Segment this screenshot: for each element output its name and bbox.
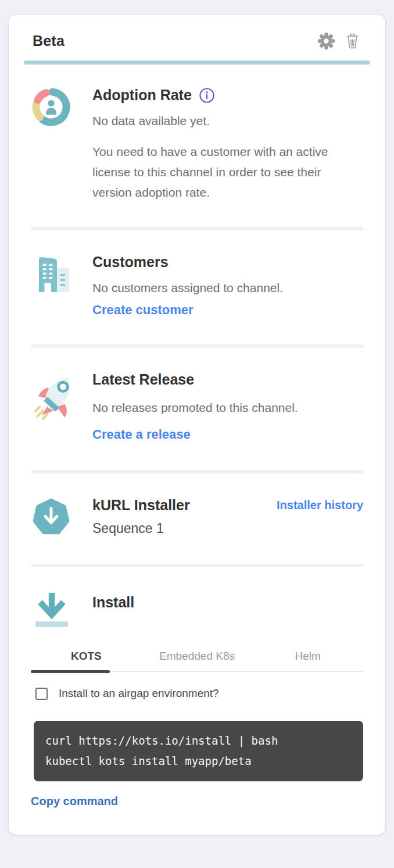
- airgap-checkbox-label: Install to an airgap environment?: [59, 687, 219, 700]
- adoption-rate-help-text: You need to have a customer with an acti…: [92, 141, 355, 202]
- tab-kots[interactable]: KOTS: [31, 650, 142, 671]
- command-line-2: kubectl kots install myapp/beta: [45, 755, 252, 767]
- airgap-checkbox[interactable]: [35, 688, 48, 700]
- channel-accent-bar: [24, 61, 370, 65]
- installer-history-link[interactable]: Installer history: [277, 499, 363, 512]
- install-title: Install: [92, 594, 363, 611]
- install-command-code-block[interactable]: curl https://kots.io/install | bash kube…: [34, 721, 363, 781]
- delete-button[interactable]: [343, 32, 361, 50]
- create-release-link[interactable]: Create a release: [92, 427, 191, 442]
- customers-title: Customers: [92, 254, 363, 271]
- copy-command-link[interactable]: Copy command: [31, 795, 118, 808]
- trash-icon: [343, 43, 361, 52]
- tab-helm[interactable]: Helm: [252, 650, 363, 671]
- command-line-1: curl https://kots.io/install | bash: [45, 734, 278, 747]
- install-tabs: KOTS Embedded K8s Helm: [31, 650, 363, 672]
- adoption-rate-empty-text: No data available yet.: [92, 111, 363, 131]
- adoption-rate-donut-icon: [31, 87, 92, 130]
- customers-section: Customers No customers assigned to chann…: [31, 230, 363, 344]
- heptagon-download-icon: [31, 497, 92, 540]
- airgap-option-row: Install to an airgap environment?: [31, 687, 363, 700]
- installer-sequence: Sequence 1: [92, 521, 363, 536]
- channel-card: Beta: [8, 14, 386, 835]
- kurl-installer-section: kURL Installer Installer history Sequenc…: [31, 474, 363, 564]
- latest-release-empty-text: No releases promoted to this channel.: [92, 397, 363, 418]
- adoption-rate-title: Adoption Rate: [92, 87, 192, 104]
- kurl-installer-title: kURL Installer: [92, 497, 190, 514]
- header-actions: [317, 32, 361, 50]
- buildings-icon: [31, 254, 92, 298]
- adoption-rate-section: Adoption Rate No data available yet. You…: [31, 65, 363, 227]
- kurl-installer-content: kURL Installer Installer history Sequenc…: [92, 497, 363, 536]
- customers-content: Customers No customers assigned to chann…: [92, 254, 363, 318]
- latest-release-title: Latest Release: [92, 371, 363, 388]
- rocket-icon: [31, 371, 92, 427]
- create-customer-link[interactable]: Create customer: [92, 303, 194, 318]
- gear-icon: [317, 43, 335, 52]
- latest-release-section: Latest Release No releases promoted to t…: [31, 348, 363, 470]
- card-header: Beta: [31, 15, 363, 50]
- adoption-rate-content: Adoption Rate No data available yet. You…: [92, 87, 363, 202]
- channel-title: Beta: [33, 33, 65, 49]
- install-content: Install: [92, 590, 363, 611]
- install-section-header: Install: [31, 567, 363, 637]
- customers-empty-text: No customers assigned to channel.: [92, 278, 363, 298]
- info-icon[interactable]: [199, 87, 215, 104]
- download-arrow-icon: [31, 590, 92, 637]
- tab-embedded-k8s[interactable]: Embedded K8s: [142, 650, 253, 671]
- settings-button[interactable]: [317, 32, 335, 50]
- latest-release-content: Latest Release No releases promoted to t…: [92, 371, 363, 442]
